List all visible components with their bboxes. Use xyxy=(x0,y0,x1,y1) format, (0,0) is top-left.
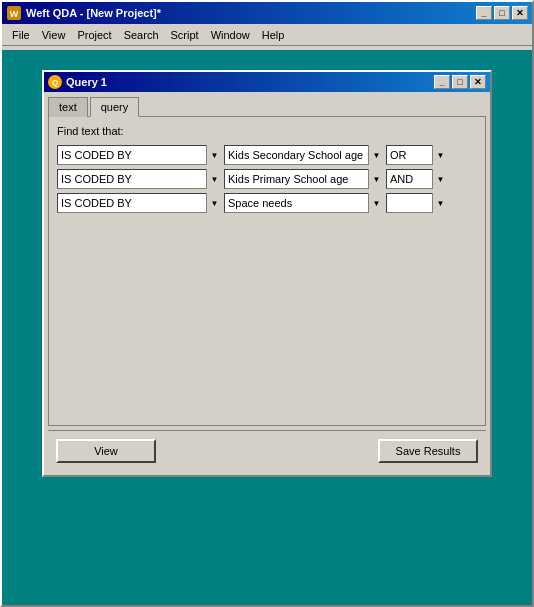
menu-help[interactable]: Help xyxy=(256,27,291,43)
outer-minimize-button[interactable]: _ xyxy=(476,6,492,20)
outer-close-button[interactable]: ✕ xyxy=(512,6,528,20)
category-select-3[interactable]: Kids Secondary School age Kids Primary S… xyxy=(224,193,384,213)
menu-file[interactable]: File xyxy=(6,27,36,43)
logic-select-2[interactable]: OR AND xyxy=(386,169,448,189)
dialog-maximize-button[interactable]: □ xyxy=(452,75,468,89)
category-select-wrapper-1: Kids Secondary School age Kids Primary S… xyxy=(224,145,384,165)
logic-select-wrapper-2: OR AND ▼ xyxy=(386,169,448,189)
category-select-2[interactable]: Kids Secondary School age Kids Primary S… xyxy=(224,169,384,189)
coded-select-1[interactable]: IS CODED BY IS NOT CODED BY xyxy=(57,145,222,165)
outer-title-text: Weft QDA - [New Project]* xyxy=(26,7,476,19)
tab-query[interactable]: query xyxy=(90,97,140,117)
dialog-content: Find text that: IS CODED BY IS NOT CODED… xyxy=(48,116,486,426)
menu-bar: File View Project Search Script Window H… xyxy=(2,24,532,46)
svg-text:W: W xyxy=(10,9,19,19)
coded-select-wrapper-1: IS CODED BY IS NOT CODED BY ▼ xyxy=(57,145,222,165)
main-area: Q Query 1 _ □ ✕ text query Find text tha… xyxy=(2,50,532,605)
outer-title-bar: W Weft QDA - [New Project]* _ □ ✕ xyxy=(2,2,532,24)
coded-select-3[interactable]: IS CODED BY IS NOT CODED BY xyxy=(57,193,222,213)
tabs-bar: text query xyxy=(44,92,490,116)
query-row-2: IS CODED BY IS NOT CODED BY ▼ Kids Secon… xyxy=(57,169,477,189)
dialog-controls: _ □ ✕ xyxy=(434,75,486,89)
category-select-wrapper-3: Kids Secondary School age Kids Primary S… xyxy=(224,193,384,213)
outer-maximize-button[interactable]: □ xyxy=(494,6,510,20)
dialog-icon: Q xyxy=(48,75,62,89)
dialog-minimize-button[interactable]: _ xyxy=(434,75,450,89)
menu-project[interactable]: Project xyxy=(71,27,117,43)
coded-select-wrapper-2: IS CODED BY IS NOT CODED BY ▼ xyxy=(57,169,222,189)
logic-select-1[interactable]: OR AND xyxy=(386,145,448,165)
outer-window-controls: _ □ ✕ xyxy=(476,6,528,20)
dialog-close-button[interactable]: ✕ xyxy=(470,75,486,89)
dialog-spacer xyxy=(57,217,477,417)
logic-select-wrapper-1: OR AND ▼ xyxy=(386,145,448,165)
query-row-1: IS CODED BY IS NOT CODED BY ▼ Kids Secon… xyxy=(57,145,477,165)
outer-window: W Weft QDA - [New Project]* _ □ ✕ File V… xyxy=(0,0,534,607)
dialog-title-bar: Q Query 1 _ □ ✕ xyxy=(44,72,490,92)
tab-text[interactable]: text xyxy=(48,97,88,117)
dialog-title: Query 1 xyxy=(66,76,434,88)
query-row-3: IS CODED BY IS NOT CODED BY ▼ Kids Secon… xyxy=(57,193,477,213)
button-bar: View Save Results xyxy=(48,430,486,471)
menu-search[interactable]: Search xyxy=(118,27,165,43)
dialog-window: Q Query 1 _ □ ✕ text query Find text tha… xyxy=(42,70,492,477)
coded-select-2[interactable]: IS CODED BY IS NOT CODED BY xyxy=(57,169,222,189)
logic-select-wrapper-3: OR AND ▼ xyxy=(386,193,448,213)
find-label: Find text that: xyxy=(57,125,477,137)
menu-view[interactable]: View xyxy=(36,27,72,43)
coded-select-wrapper-3: IS CODED BY IS NOT CODED BY ▼ xyxy=(57,193,222,213)
logic-select-3[interactable]: OR AND xyxy=(386,193,448,213)
category-select-wrapper-2: Kids Secondary School age Kids Primary S… xyxy=(224,169,384,189)
view-button[interactable]: View xyxy=(56,439,156,463)
menu-script[interactable]: Script xyxy=(165,27,205,43)
save-results-button[interactable]: Save Results xyxy=(378,439,478,463)
app-icon: W xyxy=(6,5,22,21)
menu-window[interactable]: Window xyxy=(205,27,256,43)
category-select-1[interactable]: Kids Secondary School age Kids Primary S… xyxy=(224,145,384,165)
